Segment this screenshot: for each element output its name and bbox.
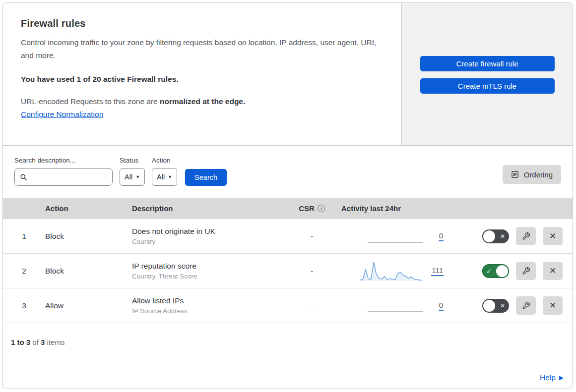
rule-description-cell: IP reputation score Country, Threat Scor… <box>132 262 288 280</box>
delete-rule-button[interactable]: ✕ <box>543 296 563 315</box>
wrench-icon <box>522 267 530 275</box>
toggle-knob <box>496 265 508 277</box>
table-row: 2 Block IP reputation score Country, Thr… <box>3 254 573 288</box>
search-icon <box>20 173 27 181</box>
create-mtls-rule-button[interactable]: Create mTLS rule <box>420 78 555 94</box>
help-link-label: Help <box>540 373 556 382</box>
close-icon: ✕ <box>549 231 556 241</box>
edit-rule-button[interactable] <box>516 227 536 245</box>
column-description: Description <box>132 204 288 213</box>
status-label: Status <box>120 157 145 164</box>
search-button[interactable]: Search <box>185 169 227 186</box>
normalization-prefix: URL-encoded Requests to this zone are <box>21 97 160 106</box>
rule-csr: - <box>288 232 335 241</box>
rule-activity-cell: 0 <box>335 225 449 247</box>
normalization-line: URL-encoded Requests to this zone are no… <box>21 97 382 106</box>
edit-rule-button[interactable] <box>516 296 536 315</box>
toggle-check-icon: ✓ <box>486 267 492 275</box>
filter-bar: Search description... Status All ▼ Actio… <box>3 146 573 198</box>
enable-toggle[interactable]: ✕ <box>482 229 509 243</box>
rule-activity-cell: 111 <box>335 260 449 282</box>
usage-line: You have used 1 of 20 active Firewall ru… <box>21 75 382 84</box>
status-dropdown-value: All <box>125 173 132 181</box>
table-row: 3 Allow Allow listed IPs IP Source Addre… <box>3 288 573 323</box>
activity-count-link[interactable]: 111 <box>431 266 444 276</box>
page-description: Control incoming traffic to your zone by… <box>21 36 382 61</box>
ordering-list-icon <box>511 170 519 178</box>
rule-action: Block <box>45 267 132 276</box>
search-box[interactable] <box>14 168 113 186</box>
rule-priority: 1 <box>3 232 45 241</box>
action-dropdown-value: All <box>157 173 165 181</box>
intro-block: Firewall rules Control incoming traffic … <box>3 3 401 145</box>
column-csr: CSR i <box>288 204 335 213</box>
column-csr-label: CSR <box>299 204 315 213</box>
rule-description: Does not originate in UK <box>132 227 288 236</box>
toggle-x-icon: ✕ <box>500 233 505 240</box>
configure-normalization-link[interactable]: Configure Normalization <box>21 110 103 119</box>
toggle-x-icon: ✕ <box>500 302 505 309</box>
ordering-button-label: Ordering <box>524 170 553 179</box>
top-section: Firewall rules Control incoming traffic … <box>3 3 573 146</box>
arrow-right-icon: ▶ <box>559 374 564 381</box>
chevron-down-icon: ▼ <box>168 174 172 179</box>
search-label: Search description... <box>14 157 113 164</box>
rule-criteria: IP Source Address <box>132 307 288 315</box>
status-dropdown[interactable]: All ▼ <box>120 168 145 186</box>
delete-rule-button[interactable]: ✕ <box>543 262 563 280</box>
pagination-status: 1 to 3 of 3 items <box>3 323 573 357</box>
pagination-range: 1 to 3 <box>11 338 30 346</box>
toggle-knob <box>483 230 495 242</box>
chevron-down-icon: ▼ <box>135 174 140 179</box>
search-input[interactable] <box>30 173 120 181</box>
rule-controls: ✕ ✕ <box>449 227 573 245</box>
toggle-knob <box>483 300 495 312</box>
rule-priority: 2 <box>3 267 45 276</box>
rule-activity-cell: 0 <box>335 295 449 317</box>
rule-description: IP reputation score <box>132 262 288 271</box>
rule-controls: ✕ ✕ <box>449 296 573 315</box>
rule-description-cell: Allow listed IPs IP Source Address <box>132 296 288 315</box>
action-dropdown[interactable]: All ▼ <box>152 168 177 186</box>
help-footer: Help ▶ <box>3 366 573 389</box>
table-row: 1 Block Does not originate in UK Country… <box>3 219 573 254</box>
rule-action: Allow <box>45 301 132 310</box>
normalization-bold: normalized at the edge. <box>160 97 245 106</box>
pagination-items: items <box>45 338 64 346</box>
edit-rule-button[interactable] <box>516 262 536 280</box>
rule-csr: - <box>288 267 335 276</box>
rule-criteria: Country, Threat Score <box>132 273 288 280</box>
rule-description-cell: Does not originate in UK Country <box>132 227 288 245</box>
rule-criteria: Country <box>132 238 288 245</box>
rule-csr: - <box>288 301 335 310</box>
rule-controls: ✓ ✕ <box>449 262 573 280</box>
enable-toggle[interactable]: ✓ <box>482 264 509 278</box>
rule-priority: 3 <box>3 301 45 310</box>
ordering-button[interactable]: Ordering <box>503 165 561 184</box>
create-firewall-rule-button[interactable]: Create firewall rule <box>420 56 555 71</box>
wrench-icon <box>522 232 530 240</box>
activity-sparkline <box>360 260 422 282</box>
help-link[interactable]: Help ▶ <box>540 373 564 382</box>
action-panel: Create firewall rule Create mTLS rule <box>401 3 573 145</box>
pagination-of: of <box>30 338 41 346</box>
rule-description: Allow listed IPs <box>132 296 288 305</box>
table-header: Action Description CSR i Activity last 2… <box>3 198 573 219</box>
close-icon: ✕ <box>549 300 556 311</box>
activity-flatline <box>368 225 430 247</box>
rule-action: Block <box>45 232 132 241</box>
wrench-icon <box>522 301 530 310</box>
activity-count-link[interactable]: 0 <box>439 301 444 311</box>
column-action: Action <box>45 204 132 213</box>
info-icon[interactable]: i <box>318 205 325 212</box>
enable-toggle[interactable]: ✕ <box>482 299 509 313</box>
action-label: Action <box>152 157 177 164</box>
activity-flatline <box>368 295 430 317</box>
close-icon: ✕ <box>549 266 556 276</box>
page-title: Firewall rules <box>21 18 382 29</box>
column-activity: Activity last 24hr <box>335 204 449 213</box>
firewall-rules-panel: Firewall rules Control incoming traffic … <box>2 2 573 389</box>
activity-count-link[interactable]: 0 <box>439 231 444 241</box>
delete-rule-button[interactable]: ✕ <box>543 227 563 245</box>
